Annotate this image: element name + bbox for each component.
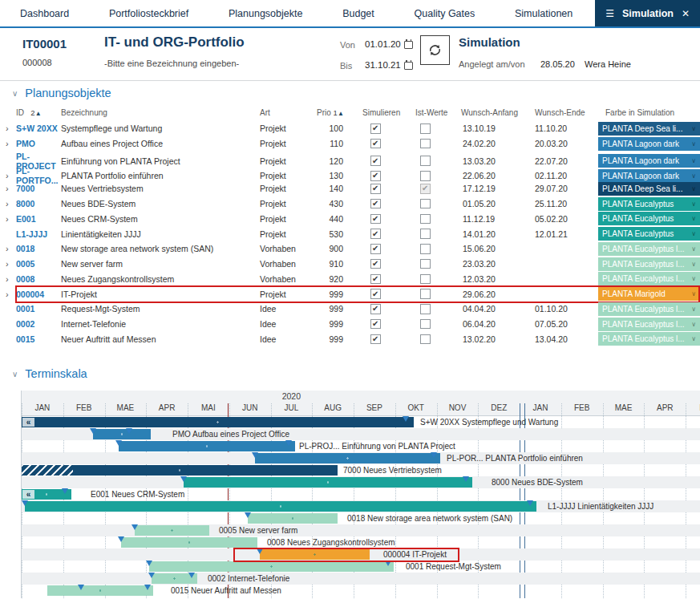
expand-chevron-icon[interactable]: › <box>0 123 16 133</box>
col-header-art[interactable]: Art <box>260 108 314 117</box>
ist-werte-checkbox[interactable] <box>420 199 431 209</box>
tab-simulation-active[interactable]: ☰ Simulation ✕ <box>595 0 700 26</box>
simulieren-checkbox[interactable]: ✔ <box>370 304 381 314</box>
farbe-dropdown[interactable]: PLANTA Eucalyptus l...∨ <box>598 272 700 285</box>
gantt-bar[interactable] <box>121 537 257 548</box>
gantt-bar[interactable] <box>47 585 153 596</box>
gantt-bar[interactable] <box>93 429 151 439</box>
gantt-bar[interactable] <box>25 501 536 512</box>
table-row-0018[interactable]: ›0018New storage area network system (SA… <box>0 241 700 257</box>
cell-id[interactable]: PMO <box>16 139 61 148</box>
simulieren-checkbox[interactable]: ✔ <box>370 199 381 209</box>
table-row-PMO[interactable]: ›PMOAufbau eines Project OfficeProjekt11… <box>0 136 700 152</box>
bis-date-field[interactable]: 31.10.21 <box>365 60 401 70</box>
farbe-dropdown[interactable]: PLANTA Eucalyptus l...∨ <box>598 318 700 331</box>
table-row-0002[interactable]: 0002Internet-TelefonieIdee999✔06.04.2007… <box>0 317 700 332</box>
gantt-bar[interactable] <box>248 513 338 524</box>
cell-id[interactable]: 0018 <box>16 244 61 253</box>
gantt-bar[interactable] <box>149 561 394 572</box>
cell-id[interactable]: 8000 <box>16 199 61 208</box>
farbe-dropdown[interactable]: PLANTA Lagoon dark∨ <box>598 137 700 151</box>
expand-chevron-icon[interactable]: › <box>0 244 16 253</box>
simulieren-checkbox[interactable]: ✔ <box>370 334 381 345</box>
gantt-bar[interactable] <box>255 453 440 463</box>
tab-planungsobjekte[interactable]: Planungsobjekte <box>229 8 302 19</box>
calendar-icon[interactable] <box>404 39 413 49</box>
calendar-icon[interactable] <box>404 60 413 70</box>
cell-id[interactable]: 0001 <box>16 304 61 314</box>
farbe-dropdown[interactable]: PLANTA Marigold∨ <box>598 287 700 301</box>
ist-werte-checkbox[interactable] <box>420 123 431 134</box>
simulieren-checkbox[interactable]: ✔ <box>370 274 381 285</box>
cell-id[interactable]: 0015 <box>16 334 61 344</box>
section-planungsobjekte[interactable]: ∨ Planungsobjekte <box>12 87 111 99</box>
farbe-dropdown[interactable]: PLANTA Deep Sea li...∨ <box>598 122 700 136</box>
cell-id[interactable]: 000004 <box>16 289 61 299</box>
col-header-id[interactable]: ID 2▲ <box>16 108 61 117</box>
collapse-chevron-icon[interactable]: ∨ <box>12 370 18 378</box>
collapse-chevron-icon[interactable]: ∨ <box>12 89 18 98</box>
simulieren-checkbox[interactable]: ✔ <box>370 184 381 194</box>
simulieren-checkbox[interactable]: ✔ <box>370 156 381 166</box>
tab-portfoliosteckbrief[interactable]: Portfoliosteckbrief <box>109 8 188 19</box>
ist-werte-checkbox[interactable] <box>420 139 431 149</box>
menu-icon[interactable]: ☰ <box>605 8 614 19</box>
simulieren-checkbox[interactable]: ✔ <box>370 244 381 254</box>
expand-chevron-icon[interactable]: › <box>0 259 16 269</box>
simulieren-checkbox[interactable]: ✔ <box>370 214 381 225</box>
ist-werte-checkbox[interactable] <box>420 319 431 330</box>
ist-werte-checkbox[interactable] <box>420 244 431 254</box>
expand-chevron-icon[interactable]: › <box>0 184 16 193</box>
ist-werte-checkbox[interactable] <box>420 229 431 239</box>
simulieren-checkbox[interactable]: ✔ <box>370 139 381 149</box>
gantt-bar[interactable] <box>119 441 295 451</box>
expand-chevron-icon[interactable]: › <box>0 274 16 284</box>
von-date-field[interactable]: 01.01.20 <box>365 39 401 49</box>
close-icon[interactable]: ✕ <box>682 8 690 19</box>
ist-werte-checkbox[interactable] <box>420 304 431 314</box>
table-row-7000[interactable]: ›7000Neues VertriebsystemProjekt140✔✔17.… <box>0 181 700 196</box>
farbe-dropdown[interactable]: PLANTA Eucalyptus l...∨ <box>598 257 700 271</box>
col-header-simulieren[interactable]: Simulieren <box>350 108 406 117</box>
simulieren-checkbox[interactable]: ✔ <box>370 229 381 239</box>
table-row-PL-PORTFO...[interactable]: ›PL-PORTFO...PLANTA Portfolio einführenP… <box>0 166 700 181</box>
simulieren-checkbox[interactable]: ✔ <box>370 319 381 330</box>
cell-id[interactable]: 7000 <box>16 184 61 193</box>
table-row-PL-PROJECT[interactable]: PL-PROJECTEinführung von PLANTA ProjectP… <box>0 152 700 167</box>
expand-chevron-icon[interactable]: › <box>0 199 16 208</box>
farbe-dropdown[interactable]: PLANTA Eucalyptus l...∨ <box>598 332 700 346</box>
table-row-000004[interactable]: ›000004IT-ProjektProjekt999✔29.06.20PLAN… <box>0 286 700 302</box>
tab-dashboard[interactable]: Dashboard <box>20 8 69 19</box>
cell-id[interactable]: 0008 <box>16 274 61 284</box>
simulieren-checkbox[interactable]: ✔ <box>370 289 381 299</box>
ist-werte-checkbox[interactable] <box>420 156 431 166</box>
cell-id[interactable]: 0002 <box>16 319 61 329</box>
col-header-farbe[interactable]: Farbe in Simulation <box>598 108 700 117</box>
cell-id[interactable]: E001 <box>16 214 61 224</box>
farbe-dropdown[interactable]: PLANTA Eucalyptus∨ <box>598 212 700 225</box>
table-row-0015[interactable]: 0015Neuer Auftritt auf MessenIdee999✔13.… <box>0 332 700 347</box>
gantt-bar[interactable] <box>260 549 370 560</box>
ist-werte-checkbox[interactable] <box>420 259 431 269</box>
ist-werte-checkbox[interactable]: ✔ <box>420 184 431 194</box>
ist-werte-checkbox[interactable] <box>420 171 431 181</box>
ist-werte-checkbox[interactable] <box>420 289 431 299</box>
farbe-dropdown[interactable]: PLANTA Eucalyptus l...∨ <box>598 302 700 316</box>
ist-werte-checkbox[interactable] <box>420 334 431 345</box>
table-row-S+W 20XX[interactable]: ›S+W 20XXSystempflege und WartungProjekt… <box>0 121 700 136</box>
col-header-prio[interactable]: Prio 1▲ <box>314 108 350 117</box>
section-terminskala[interactable]: ∨ Terminskala <box>12 367 87 380</box>
portfolio-subtitle[interactable]: -Bitte eine Bezeichnung eingeben- <box>104 59 239 68</box>
expand-chevron-icon[interactable]: › <box>0 171 16 180</box>
gantt-bar[interactable]: « <box>22 417 414 427</box>
col-header-wunsch-ende[interactable]: Wunsch-Ende <box>528 108 598 117</box>
table-row-0008[interactable]: ›0008Neues ZugangskontrollsystemVorhaben… <box>0 272 700 287</box>
table-row-0005[interactable]: ›0005New server farmVorhaben910✔23.03.20… <box>0 257 700 272</box>
gantt-bar[interactable] <box>184 477 472 488</box>
ist-werte-checkbox[interactable] <box>420 214 431 225</box>
farbe-dropdown[interactable]: PLANTA Deep Sea li...∨ <box>598 182 700 196</box>
tab-simulationen[interactable]: Simulationen <box>515 8 573 19</box>
tab-budget[interactable]: Budget <box>342 8 374 19</box>
farbe-dropdown[interactable]: PLANTA Eucalyptus∨ <box>598 227 700 241</box>
table-row-L1-JJJJ[interactable]: L1-JJJJLinientätigkeiten JJJJProjekt530✔… <box>0 226 700 241</box>
